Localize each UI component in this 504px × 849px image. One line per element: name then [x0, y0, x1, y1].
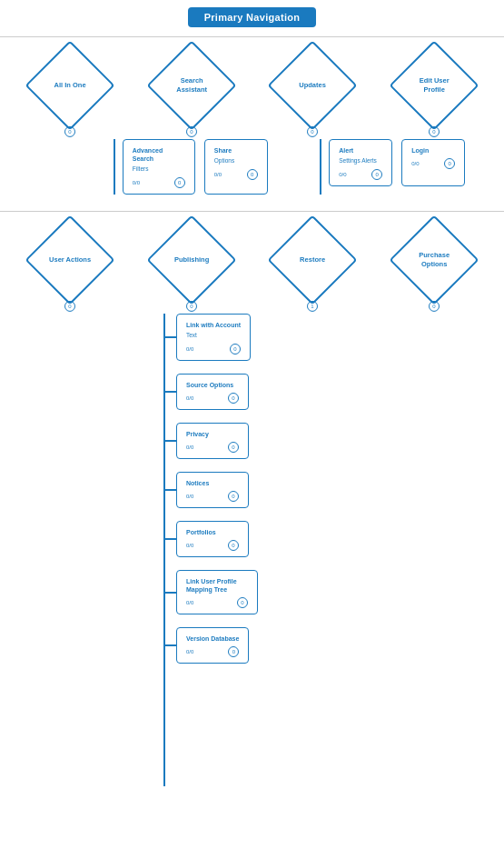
- s2-card-row-2: Source Options 0/0 0: [165, 374, 495, 410]
- node-all-in-one[interactable]: All In One 0: [38, 54, 102, 121]
- card-footer-text-s1c4: 0/0: [411, 161, 419, 166]
- diamond-label-all-in-one: All In One: [41, 77, 99, 94]
- node-updates[interactable]: Updates 0: [281, 54, 344, 121]
- card-title-login: Login: [411, 146, 455, 155]
- card-sub-alert: Settings Alerts: [339, 157, 382, 165]
- card-sub-advanced-search: Filters: [133, 165, 185, 173]
- card-share[interactable]: Share Options 0/0 0: [204, 139, 268, 195]
- card-title-share: Share: [214, 146, 258, 155]
- card-portfolios[interactable]: Portfolios 0/0 0: [176, 521, 249, 557]
- card-title-portfolios: Portfolios: [186, 528, 239, 536]
- card-circle-s2c6: 0: [237, 597, 248, 608]
- card-link-with-account[interactable]: Link with Account Text 0/0 0: [176, 314, 251, 361]
- diamond-label-purchase-options: Purchase Options: [405, 247, 463, 273]
- s2-card-row-7: Version Database 0/0 0: [165, 627, 495, 664]
- card-footer-alert: 0/0 0: [339, 169, 382, 180]
- s2-card-row-5: Portfolios 0/0 0: [165, 521, 495, 557]
- diamond-label-restore: Restore: [283, 252, 341, 268]
- diamond-label-user-actions: User Actions: [41, 252, 99, 268]
- node-search-assistant[interactable]: Search Assistant 0: [160, 54, 223, 121]
- node-purchase-options[interactable]: Purchase Options 0: [402, 228, 466, 295]
- card-circle-s1c4: 0: [444, 158, 455, 169]
- node-publishing[interactable]: Publishing 0: [160, 228, 223, 295]
- section-2: User Actions 0 Publishing 0 Restore 1: [0, 212, 504, 803]
- card-login[interactable]: Login 0/0 0: [401, 139, 465, 186]
- badge-circle-s2n1: 0: [64, 301, 75, 312]
- section1-children: Advanced Search Filters 0/0 0 Share Opti…: [9, 139, 495, 195]
- card-sub-link-account: Text: [186, 332, 241, 339]
- card-title-source-options: Source Options: [186, 381, 239, 389]
- vline-s1-right: [320, 139, 321, 195]
- node-user-actions[interactable]: User Actions 0: [38, 228, 102, 295]
- card-version-database[interactable]: Version Database 0/0 0: [176, 627, 249, 664]
- card-link-user-profile-mapping-tree[interactable]: Link User Profile Mapping Tree 0/0 0: [176, 570, 258, 614]
- s2-card-row-3: Privacy 0/0 0: [165, 423, 495, 459]
- card-circle-s2c3: 0: [228, 442, 239, 453]
- card-footer-text-s2c6: 0/0: [186, 600, 193, 605]
- diamond-label-publishing: Publishing: [163, 252, 221, 268]
- card-circle-s2c2: 0: [228, 393, 239, 404]
- card-footer-text-s2c5: 0/0: [186, 543, 193, 548]
- card-title-privacy: Privacy: [186, 430, 239, 438]
- diamond-edit-user-profile[interactable]: Edit User Profile 0: [390, 41, 479, 131]
- card-footer-link-user-profile: 0/0 0: [186, 597, 248, 608]
- card-footer-privacy: 0/0 0: [186, 442, 239, 453]
- card-notices[interactable]: Notices 0/0 0: [176, 472, 249, 508]
- badge-circle-s1n3: 0: [307, 126, 318, 137]
- card-circle-s2c1: 0: [230, 344, 241, 355]
- s2-card-row-4: Notices 0/0 0: [165, 472, 495, 508]
- card-title-notices: Notices: [186, 479, 239, 487]
- node-edit-user-profile[interactable]: Edit User Profile 0: [402, 54, 466, 121]
- card-source-options[interactable]: Source Options 0/0 0: [176, 374, 249, 410]
- card-title-alert: Alert: [339, 146, 382, 155]
- card-footer-version-database: 0/0 0: [186, 646, 239, 657]
- card-footer-text-s2c7: 0/0: [186, 649, 193, 654]
- hconn-5: [165, 538, 176, 540]
- card-footer-text-s2c4: 0/0: [186, 494, 193, 499]
- s2-card-row-6: Link User Profile Mapping Tree 0/0 0: [165, 570, 495, 614]
- diamond-label-search-assistant: Search Assistant: [163, 73, 221, 98]
- hconn-4: [165, 489, 176, 491]
- diamond-publishing[interactable]: Publishing 0: [146, 215, 236, 305]
- card-sub-share: Options: [214, 157, 258, 165]
- badge-circle-s1n4: 0: [429, 126, 440, 137]
- card-title-advanced-search: Advanced Search: [133, 146, 185, 163]
- card-footer-link-account: 0/0 0: [186, 344, 241, 355]
- diamond-updates[interactable]: Updates 0: [268, 41, 358, 131]
- badge-circle-s2n4: 0: [429, 301, 440, 312]
- s2-left-spacer: [18, 314, 163, 786]
- card-footer-notices: 0/0 0: [186, 491, 239, 502]
- card-alert[interactable]: Alert Settings Alerts 0/0 0: [329, 139, 392, 186]
- vline-s1-left: [114, 139, 115, 195]
- card-circle-s1c1: 0: [174, 177, 185, 188]
- diamond-user-actions[interactable]: User Actions 0: [25, 215, 114, 305]
- card-advanced-search[interactable]: Advanced Search Filters 0/0 0: [123, 139, 195, 195]
- section-1: All In One 0 Search Assistant 0 Updates …: [0, 36, 504, 211]
- hconn-7: [165, 644, 176, 646]
- node-restore[interactable]: Restore 1: [281, 228, 344, 295]
- hconn-3: [165, 440, 176, 442]
- badge-circle-s2n3: 1: [307, 301, 318, 312]
- diamond-restore[interactable]: Restore 1: [268, 215, 358, 305]
- hconn-1: [165, 336, 176, 338]
- s1-right-cards: Alert Settings Alerts 0/0 0 Login 0/0 0: [329, 139, 465, 186]
- header: Primary Navigation: [0, 0, 504, 36]
- diamond-label-edit-user-profile: Edit User Profile: [405, 73, 463, 98]
- section2-node-row: User Actions 0 Publishing 0 Restore 1: [9, 228, 495, 305]
- diamond-label-updates: Updates: [283, 77, 341, 94]
- card-circle-s1c3: 0: [371, 169, 382, 180]
- diamond-purchase-options[interactable]: Purchase Options 0: [390, 215, 479, 305]
- card-circle-s1c2: 0: [247, 169, 258, 180]
- diamond-all-in-one[interactable]: All In One 0: [25, 41, 114, 131]
- section1-left-group: Advanced Search Filters 0/0 0 Share Opti…: [103, 139, 268, 195]
- card-circle-s2c5: 0: [228, 540, 239, 551]
- card-privacy[interactable]: Privacy 0/0 0: [176, 423, 249, 459]
- card-footer-advanced-search: 0/0 0: [133, 177, 185, 188]
- hconn-6: [165, 592, 176, 594]
- card-footer-text-s1c3: 0/0: [339, 172, 346, 177]
- primary-navigation-badge[interactable]: Primary Navigation: [188, 7, 317, 27]
- diamond-search-assistant[interactable]: Search Assistant 0: [146, 41, 236, 131]
- card-title-link-account: Link with Account: [186, 321, 241, 329]
- section1-node-row: All In One 0 Search Assistant 0 Updates …: [9, 54, 495, 130]
- hconn-2: [165, 391, 176, 393]
